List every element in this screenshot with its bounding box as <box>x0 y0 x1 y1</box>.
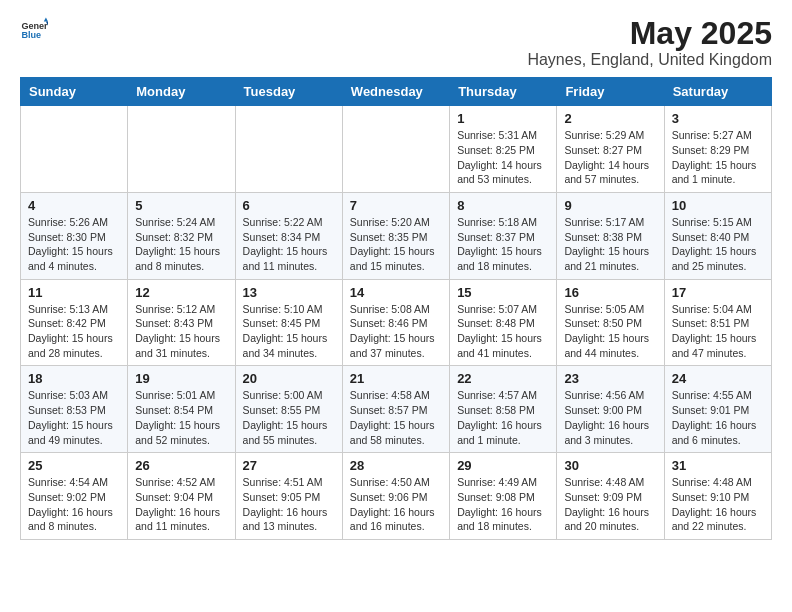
day-number: 2 <box>564 111 656 126</box>
table-row: 6Sunrise: 5:22 AMSunset: 8:34 PMDaylight… <box>235 192 342 279</box>
col-monday: Monday <box>128 78 235 106</box>
col-thursday: Thursday <box>450 78 557 106</box>
col-tuesday: Tuesday <box>235 78 342 106</box>
day-info: Sunrise: 5:13 AMSunset: 8:42 PMDaylight:… <box>28 302 120 361</box>
day-info: Sunrise: 4:52 AMSunset: 9:04 PMDaylight:… <box>135 475 227 534</box>
table-row <box>342 106 449 193</box>
day-number: 24 <box>672 371 764 386</box>
day-info: Sunrise: 5:08 AMSunset: 8:46 PMDaylight:… <box>350 302 442 361</box>
day-info: Sunrise: 4:54 AMSunset: 9:02 PMDaylight:… <box>28 475 120 534</box>
col-wednesday: Wednesday <box>342 78 449 106</box>
day-number: 21 <box>350 371 442 386</box>
day-info: Sunrise: 4:48 AMSunset: 9:09 PMDaylight:… <box>564 475 656 534</box>
day-number: 26 <box>135 458 227 473</box>
location-title: Haynes, England, United Kingdom <box>527 51 772 69</box>
day-number: 17 <box>672 285 764 300</box>
svg-text:Blue: Blue <box>21 30 41 40</box>
day-number: 29 <box>457 458 549 473</box>
day-number: 3 <box>672 111 764 126</box>
day-number: 30 <box>564 458 656 473</box>
table-row: 13Sunrise: 5:10 AMSunset: 8:45 PMDayligh… <box>235 279 342 366</box>
day-info: Sunrise: 4:55 AMSunset: 9:01 PMDaylight:… <box>672 388 764 447</box>
day-info: Sunrise: 5:03 AMSunset: 8:53 PMDaylight:… <box>28 388 120 447</box>
table-row: 28Sunrise: 4:50 AMSunset: 9:06 PMDayligh… <box>342 453 449 540</box>
table-row: 5Sunrise: 5:24 AMSunset: 8:32 PMDaylight… <box>128 192 235 279</box>
day-info: Sunrise: 5:15 AMSunset: 8:40 PMDaylight:… <box>672 215 764 274</box>
day-number: 10 <box>672 198 764 213</box>
day-number: 16 <box>564 285 656 300</box>
day-number: 28 <box>350 458 442 473</box>
day-number: 20 <box>243 371 335 386</box>
day-number: 23 <box>564 371 656 386</box>
day-info: Sunrise: 5:29 AMSunset: 8:27 PMDaylight:… <box>564 128 656 187</box>
table-row <box>21 106 128 193</box>
table-row: 25Sunrise: 4:54 AMSunset: 9:02 PMDayligh… <box>21 453 128 540</box>
logo-icon: General Blue <box>20 16 48 44</box>
day-info: Sunrise: 5:00 AMSunset: 8:55 PMDaylight:… <box>243 388 335 447</box>
day-info: Sunrise: 4:56 AMSunset: 9:00 PMDaylight:… <box>564 388 656 447</box>
calendar-week-row: 18Sunrise: 5:03 AMSunset: 8:53 PMDayligh… <box>21 366 772 453</box>
table-row: 9Sunrise: 5:17 AMSunset: 8:38 PMDaylight… <box>557 192 664 279</box>
table-row: 4Sunrise: 5:26 AMSunset: 8:30 PMDaylight… <box>21 192 128 279</box>
calendar-week-row: 25Sunrise: 4:54 AMSunset: 9:02 PMDayligh… <box>21 453 772 540</box>
table-row: 20Sunrise: 5:00 AMSunset: 8:55 PMDayligh… <box>235 366 342 453</box>
day-info: Sunrise: 5:07 AMSunset: 8:48 PMDaylight:… <box>457 302 549 361</box>
day-info: Sunrise: 4:51 AMSunset: 9:05 PMDaylight:… <box>243 475 335 534</box>
svg-marker-2 <box>44 17 48 21</box>
day-number: 13 <box>243 285 335 300</box>
day-info: Sunrise: 4:48 AMSunset: 9:10 PMDaylight:… <box>672 475 764 534</box>
calendar-body: 1Sunrise: 5:31 AMSunset: 8:25 PMDaylight… <box>21 106 772 540</box>
calendar-table: Sunday Monday Tuesday Wednesday Thursday… <box>20 77 772 540</box>
table-row: 3Sunrise: 5:27 AMSunset: 8:29 PMDaylight… <box>664 106 771 193</box>
table-row: 19Sunrise: 5:01 AMSunset: 8:54 PMDayligh… <box>128 366 235 453</box>
day-number: 1 <box>457 111 549 126</box>
table-row: 31Sunrise: 4:48 AMSunset: 9:10 PMDayligh… <box>664 453 771 540</box>
day-number: 4 <box>28 198 120 213</box>
calendar-header-row: Sunday Monday Tuesday Wednesday Thursday… <box>21 78 772 106</box>
day-number: 8 <box>457 198 549 213</box>
day-info: Sunrise: 5:18 AMSunset: 8:37 PMDaylight:… <box>457 215 549 274</box>
table-row: 10Sunrise: 5:15 AMSunset: 8:40 PMDayligh… <box>664 192 771 279</box>
day-number: 14 <box>350 285 442 300</box>
day-info: Sunrise: 5:17 AMSunset: 8:38 PMDaylight:… <box>564 215 656 274</box>
day-number: 18 <box>28 371 120 386</box>
day-info: Sunrise: 5:27 AMSunset: 8:29 PMDaylight:… <box>672 128 764 187</box>
day-info: Sunrise: 5:24 AMSunset: 8:32 PMDaylight:… <box>135 215 227 274</box>
day-number: 27 <box>243 458 335 473</box>
day-number: 11 <box>28 285 120 300</box>
page-container: General Blue May 2025 Haynes, England, U… <box>0 0 792 556</box>
table-row: 14Sunrise: 5:08 AMSunset: 8:46 PMDayligh… <box>342 279 449 366</box>
day-number: 7 <box>350 198 442 213</box>
day-info: Sunrise: 5:04 AMSunset: 8:51 PMDaylight:… <box>672 302 764 361</box>
day-info: Sunrise: 5:31 AMSunset: 8:25 PMDaylight:… <box>457 128 549 187</box>
day-number: 12 <box>135 285 227 300</box>
col-friday: Friday <box>557 78 664 106</box>
day-info: Sunrise: 4:49 AMSunset: 9:08 PMDaylight:… <box>457 475 549 534</box>
table-row: 16Sunrise: 5:05 AMSunset: 8:50 PMDayligh… <box>557 279 664 366</box>
day-number: 25 <box>28 458 120 473</box>
day-number: 9 <box>564 198 656 213</box>
table-row: 2Sunrise: 5:29 AMSunset: 8:27 PMDaylight… <box>557 106 664 193</box>
calendar-week-row: 4Sunrise: 5:26 AMSunset: 8:30 PMDaylight… <box>21 192 772 279</box>
col-saturday: Saturday <box>664 78 771 106</box>
day-info: Sunrise: 5:22 AMSunset: 8:34 PMDaylight:… <box>243 215 335 274</box>
day-info: Sunrise: 5:01 AMSunset: 8:54 PMDaylight:… <box>135 388 227 447</box>
table-row: 7Sunrise: 5:20 AMSunset: 8:35 PMDaylight… <box>342 192 449 279</box>
table-row: 17Sunrise: 5:04 AMSunset: 8:51 PMDayligh… <box>664 279 771 366</box>
day-info: Sunrise: 4:57 AMSunset: 8:58 PMDaylight:… <box>457 388 549 447</box>
table-row: 21Sunrise: 4:58 AMSunset: 8:57 PMDayligh… <box>342 366 449 453</box>
day-info: Sunrise: 5:20 AMSunset: 8:35 PMDaylight:… <box>350 215 442 274</box>
day-info: Sunrise: 5:05 AMSunset: 8:50 PMDaylight:… <box>564 302 656 361</box>
day-info: Sunrise: 4:50 AMSunset: 9:06 PMDaylight:… <box>350 475 442 534</box>
day-number: 19 <box>135 371 227 386</box>
table-row: 29Sunrise: 4:49 AMSunset: 9:08 PMDayligh… <box>450 453 557 540</box>
day-number: 5 <box>135 198 227 213</box>
month-title: May 2025 <box>527 16 772 51</box>
table-row: 18Sunrise: 5:03 AMSunset: 8:53 PMDayligh… <box>21 366 128 453</box>
table-row: 11Sunrise: 5:13 AMSunset: 8:42 PMDayligh… <box>21 279 128 366</box>
table-row: 1Sunrise: 5:31 AMSunset: 8:25 PMDaylight… <box>450 106 557 193</box>
table-row: 24Sunrise: 4:55 AMSunset: 9:01 PMDayligh… <box>664 366 771 453</box>
table-row: 26Sunrise: 4:52 AMSunset: 9:04 PMDayligh… <box>128 453 235 540</box>
day-number: 15 <box>457 285 549 300</box>
table-row: 8Sunrise: 5:18 AMSunset: 8:37 PMDaylight… <box>450 192 557 279</box>
